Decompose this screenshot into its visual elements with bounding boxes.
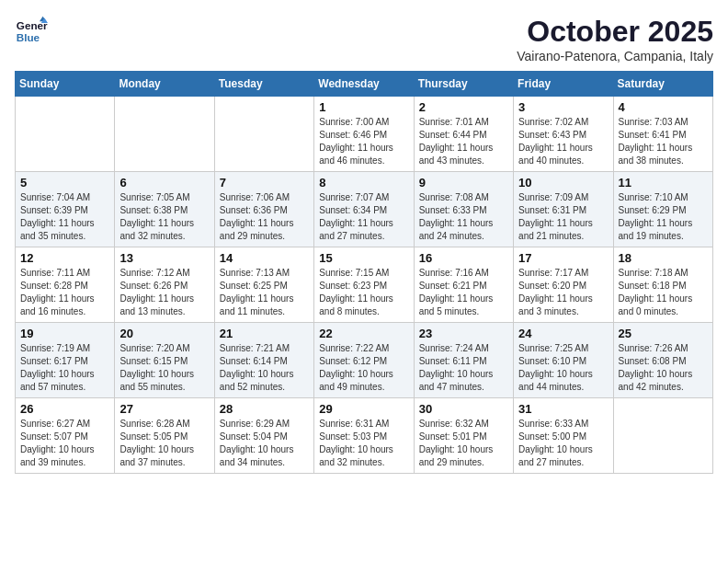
day-info: Sunrise: 6:31 AM Sunset: 5:03 PM Dayligh… [319, 418, 408, 469]
day-info: Sunrise: 6:27 AM Sunset: 5:07 PM Dayligh… [20, 418, 109, 469]
location-subtitle: Vairano-Patenora, Campania, Italy [517, 49, 713, 63]
calendar-cell [115, 97, 214, 172]
calendar-cell: 29Sunrise: 6:31 AM Sunset: 5:03 PM Dayli… [314, 398, 414, 474]
calendar-cell: 26Sunrise: 6:27 AM Sunset: 5:07 PM Dayli… [16, 398, 115, 474]
calendar-cell [214, 97, 313, 172]
day-number: 22 [319, 327, 408, 340]
calendar-cell: 16Sunrise: 7:16 AM Sunset: 6:21 PM Dayli… [414, 247, 513, 323]
weekday-header-row: SundayMondayTuesdayWednesdayThursdayFrid… [16, 72, 713, 97]
day-info: Sunrise: 7:20 AM Sunset: 6:15 PM Dayligh… [119, 342, 209, 394]
day-info: Sunrise: 7:11 AM Sunset: 6:28 PM Dayligh… [20, 267, 109, 318]
day-number: 25 [619, 327, 708, 340]
day-number: 15 [319, 251, 408, 265]
weekday-header-friday: Friday [514, 72, 613, 97]
day-number: 14 [220, 251, 309, 265]
day-info: Sunrise: 7:04 AM Sunset: 6:39 PM Dayligh… [20, 191, 109, 243]
calendar-cell: 7Sunrise: 7:06 AM Sunset: 6:36 PM Daylig… [214, 172, 313, 247]
header: General Blue October 2025 Vairano-Pateno… [15, 15, 713, 63]
day-info: Sunrise: 6:29 AM Sunset: 5:04 PM Dayligh… [220, 418, 309, 469]
day-number: 13 [119, 251, 209, 265]
day-number: 16 [419, 251, 508, 265]
day-info: Sunrise: 7:19 AM Sunset: 6:17 PM Dayligh… [20, 342, 109, 394]
calendar-cell: 12Sunrise: 7:11 AM Sunset: 6:28 PM Dayli… [16, 247, 115, 323]
day-info: Sunrise: 7:02 AM Sunset: 6:43 PM Dayligh… [518, 116, 608, 167]
calendar-cell: 13Sunrise: 7:12 AM Sunset: 6:26 PM Dayli… [115, 247, 214, 323]
day-info: Sunrise: 7:25 AM Sunset: 6:10 PM Dayligh… [518, 342, 608, 394]
calendar-cell: 21Sunrise: 7:21 AM Sunset: 6:14 PM Dayli… [214, 323, 313, 398]
day-number: 5 [20, 176, 109, 190]
weekday-header-monday: Monday [115, 72, 214, 97]
day-info: Sunrise: 7:12 AM Sunset: 6:26 PM Dayligh… [119, 267, 209, 318]
day-info: Sunrise: 7:08 AM Sunset: 6:33 PM Dayligh… [419, 191, 508, 243]
day-number: 7 [220, 176, 309, 190]
logo-icon: General Blue [15, 15, 48, 48]
calendar-cell: 1Sunrise: 7:00 AM Sunset: 6:46 PM Daylig… [314, 97, 414, 172]
calendar-cell [16, 97, 115, 172]
calendar-cell: 30Sunrise: 6:32 AM Sunset: 5:01 PM Dayli… [414, 398, 513, 474]
calendar-cell: 10Sunrise: 7:09 AM Sunset: 6:31 PM Dayli… [514, 172, 613, 247]
calendar-table: SundayMondayTuesdayWednesdayThursdayFrid… [15, 71, 713, 474]
day-info: Sunrise: 7:21 AM Sunset: 6:14 PM Dayligh… [220, 342, 309, 394]
calendar-week-4: 19Sunrise: 7:19 AM Sunset: 6:17 PM Dayli… [16, 323, 713, 398]
title-area: October 2025 Vairano-Patenora, Campania,… [517, 15, 713, 63]
calendar-cell: 17Sunrise: 7:17 AM Sunset: 6:20 PM Dayli… [514, 247, 613, 323]
day-number: 6 [119, 176, 209, 190]
calendar-cell: 9Sunrise: 7:08 AM Sunset: 6:33 PM Daylig… [414, 172, 513, 247]
calendar-cell: 8Sunrise: 7:07 AM Sunset: 6:34 PM Daylig… [314, 172, 414, 247]
weekday-header-thursday: Thursday [414, 72, 513, 97]
day-info: Sunrise: 7:22 AM Sunset: 6:12 PM Dayligh… [319, 342, 408, 394]
day-number: 26 [20, 402, 109, 416]
calendar-cell: 4Sunrise: 7:03 AM Sunset: 6:41 PM Daylig… [613, 97, 712, 172]
calendar-week-2: 5Sunrise: 7:04 AM Sunset: 6:39 PM Daylig… [16, 172, 713, 247]
calendar-cell: 5Sunrise: 7:04 AM Sunset: 6:39 PM Daylig… [16, 172, 115, 247]
calendar-cell: 15Sunrise: 7:15 AM Sunset: 6:23 PM Dayli… [314, 247, 414, 323]
calendar-cell [613, 398, 712, 474]
day-number: 29 [319, 402, 408, 416]
day-number: 30 [419, 402, 508, 416]
day-info: Sunrise: 6:32 AM Sunset: 5:01 PM Dayligh… [419, 418, 508, 469]
weekday-header-tuesday: Tuesday [214, 72, 313, 97]
weekday-header-saturday: Saturday [613, 72, 712, 97]
day-info: Sunrise: 6:28 AM Sunset: 5:05 PM Dayligh… [119, 418, 209, 469]
day-info: Sunrise: 7:16 AM Sunset: 6:21 PM Dayligh… [419, 267, 508, 318]
day-info: Sunrise: 7:17 AM Sunset: 6:20 PM Dayligh… [518, 267, 608, 318]
calendar-cell: 28Sunrise: 6:29 AM Sunset: 5:04 PM Dayli… [214, 398, 313, 474]
day-info: Sunrise: 7:00 AM Sunset: 6:46 PM Dayligh… [319, 116, 408, 167]
calendar-cell: 14Sunrise: 7:13 AM Sunset: 6:25 PM Dayli… [214, 247, 313, 323]
day-number: 20 [119, 327, 209, 340]
day-number: 3 [518, 100, 608, 114]
day-number: 31 [518, 402, 608, 416]
calendar-cell: 24Sunrise: 7:25 AM Sunset: 6:10 PM Dayli… [514, 323, 613, 398]
day-number: 10 [518, 176, 608, 190]
calendar-cell: 2Sunrise: 7:01 AM Sunset: 6:44 PM Daylig… [414, 97, 513, 172]
calendar-cell: 18Sunrise: 7:18 AM Sunset: 6:18 PM Dayli… [613, 247, 712, 323]
day-info: Sunrise: 7:09 AM Sunset: 6:31 PM Dayligh… [518, 191, 608, 243]
day-info: Sunrise: 7:07 AM Sunset: 6:34 PM Dayligh… [319, 191, 408, 243]
calendar-cell: 11Sunrise: 7:10 AM Sunset: 6:29 PM Dayli… [613, 172, 712, 247]
day-info: Sunrise: 7:24 AM Sunset: 6:11 PM Dayligh… [419, 342, 508, 394]
month-title: October 2025 [517, 15, 713, 49]
day-info: Sunrise: 7:06 AM Sunset: 6:36 PM Dayligh… [220, 191, 309, 243]
svg-text:Blue: Blue [17, 31, 40, 43]
day-number: 11 [619, 176, 708, 190]
day-number: 1 [319, 100, 408, 114]
day-number: 21 [220, 327, 309, 340]
weekday-header-wednesday: Wednesday [314, 72, 414, 97]
day-number: 9 [419, 176, 508, 190]
day-info: Sunrise: 7:13 AM Sunset: 6:25 PM Dayligh… [220, 267, 309, 318]
day-number: 12 [20, 251, 109, 265]
weekday-header-sunday: Sunday [16, 72, 115, 97]
calendar-cell: 23Sunrise: 7:24 AM Sunset: 6:11 PM Dayli… [414, 323, 513, 398]
day-number: 19 [20, 327, 109, 340]
calendar-week-5: 26Sunrise: 6:27 AM Sunset: 5:07 PM Dayli… [16, 398, 713, 474]
day-info: Sunrise: 7:18 AM Sunset: 6:18 PM Dayligh… [619, 267, 708, 318]
calendar-cell: 31Sunrise: 6:33 AM Sunset: 5:00 PM Dayli… [514, 398, 613, 474]
day-info: Sunrise: 7:05 AM Sunset: 6:38 PM Dayligh… [119, 191, 209, 243]
day-number: 2 [419, 100, 508, 114]
calendar-cell: 20Sunrise: 7:20 AM Sunset: 6:15 PM Dayli… [115, 323, 214, 398]
calendar-cell: 27Sunrise: 6:28 AM Sunset: 5:05 PM Dayli… [115, 398, 214, 474]
calendar-week-3: 12Sunrise: 7:11 AM Sunset: 6:28 PM Dayli… [16, 247, 713, 323]
day-number: 4 [619, 100, 708, 114]
calendar-cell: 6Sunrise: 7:05 AM Sunset: 6:38 PM Daylig… [115, 172, 214, 247]
day-info: Sunrise: 7:15 AM Sunset: 6:23 PM Dayligh… [319, 267, 408, 318]
